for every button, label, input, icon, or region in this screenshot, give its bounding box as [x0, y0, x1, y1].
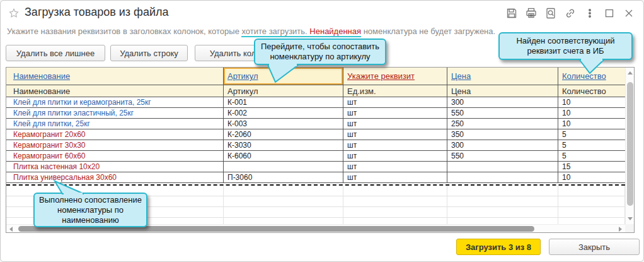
close-icon[interactable]: [623, 8, 635, 19]
subheader-qty[interactable]: Количество: [558, 85, 625, 97]
tooltip-found-attribute: Найден соответствующий реквизит счета в …: [498, 32, 633, 60]
tooltip-match-by-article: Перейдите, чтобы сопоставить номенклатур…: [254, 39, 386, 65]
cell-article[interactable]: К-6060: [224, 151, 343, 161]
cell-price[interactable]: 550: [447, 108, 558, 118]
cell-qty[interactable]: 10: [558, 119, 625, 129]
cell-unit[interactable]: шт: [343, 172, 447, 182]
file-header-row: Наименование Артикул Ед.изм. Цена Количе…: [6, 85, 625, 97]
table-row: Клей для плитки эластичный, 25кгК-002шт5…: [6, 108, 625, 119]
cell-price[interactable]: 250: [447, 119, 558, 129]
link-icon[interactable]: [565, 8, 576, 19]
cell-article[interactable]: [224, 162, 343, 172]
subheader-unit[interactable]: Ед.изм.: [343, 85, 447, 97]
cell-qty[interactable]: 5: [558, 151, 625, 161]
subheader-name[interactable]: Наименование: [6, 85, 224, 97]
header-link-price[interactable]: Цена: [447, 68, 558, 85]
vertical-scrollbar[interactable]: [625, 68, 634, 224]
link-header-row: Наименование Артикул Укажите реквизит Це…: [6, 68, 625, 85]
tooltip-matched-by-name-tail: [45, 180, 89, 196]
page-title: Загрузка товаров из файла: [25, 6, 169, 19]
table-row: Клей для плитки, 25кгК-003шт25010: [6, 119, 625, 129]
hint-prefix: Укажите названия реквизитов в заголовках…: [7, 27, 241, 36]
hint-suffix: номенклатура не будет загружена.: [361, 27, 495, 36]
print-icon[interactable]: [526, 8, 537, 19]
table-row: Керамогранит 20x60К-2060шт3505: [6, 129, 625, 140]
table-row: Клей для плитки и керамогранита, 25кгК-0…: [6, 97, 625, 108]
cell-price[interactable]: [447, 162, 558, 172]
cell-article[interactable]: К-2060: [224, 129, 343, 140]
table-row: Плитка универсальная 30x60П-3060шт10: [6, 172, 625, 183]
subheader-article[interactable]: Артикул: [224, 85, 343, 97]
cell-unit[interactable]: шт: [343, 162, 447, 172]
tooltip-found-attribute-tail: [571, 57, 609, 75]
tooltip-match-by-article-tail: [259, 63, 303, 84]
cell-name[interactable]: Керамогранит 30x30: [6, 140, 224, 150]
scroll-left-arrow[interactable]: [9, 227, 13, 232]
tooltip-matched-by-name: Выполнено сопоставление номенклатуры по …: [33, 193, 147, 227]
hint-underlined: хотите загрузить. Ненайденная: [241, 27, 361, 37]
scroll-up-arrow[interactable]: [628, 71, 633, 74]
cell-price[interactable]: [447, 172, 558, 182]
scrollbar-corner: [625, 224, 634, 232]
hint-text: Укажите названия реквизитов в заголовках…: [7, 27, 495, 36]
save-icon[interactable]: [506, 8, 517, 19]
table-row: Керамогранит 30x30К-3030шт3005: [6, 140, 625, 151]
cell-article[interactable]: К-001: [224, 97, 343, 107]
hint-red-word: Ненайденная: [309, 27, 361, 36]
cell-article[interactable]: К-003: [224, 119, 343, 129]
delete-row-button[interactable]: Удалить строку: [110, 45, 188, 61]
preview-icon[interactable]: [545, 8, 556, 19]
cell-qty[interactable]: 10: [558, 108, 625, 118]
cell-unit[interactable]: шт: [343, 97, 447, 107]
cell-unit[interactable]: шт: [343, 108, 447, 118]
titlebar-actions: [506, 8, 635, 19]
header-link-name[interactable]: Наименование: [6, 68, 224, 85]
cell-price[interactable]: 550: [447, 151, 558, 161]
close-button[interactable]: Закрыть: [549, 239, 640, 255]
cell-name[interactable]: Клей для плитки эластичный, 25кг: [6, 108, 224, 118]
subheader-price[interactable]: Цена: [447, 85, 558, 97]
cell-article[interactable]: К-002: [224, 108, 343, 118]
maximize-icon[interactable]: [604, 8, 615, 19]
cell-qty[interactable]: 5: [558, 129, 625, 140]
cell-name[interactable]: Клей для плитки и керамогранита, 25кг: [6, 97, 224, 107]
cell-name[interactable]: Клей для плитки, 25кг: [6, 119, 224, 129]
scroll-right-arrow[interactable]: [619, 227, 622, 232]
cell-qty[interactable]: 10: [558, 172, 625, 182]
cell-unit[interactable]: шт: [343, 140, 447, 150]
cell-unit[interactable]: шт: [343, 151, 447, 161]
dialog-window: Загрузка товаров из файла Укажите назван…: [0, 0, 644, 262]
cell-name[interactable]: Керамогранит 20x60: [6, 129, 224, 140]
delete-all-extra-button[interactable]: Удалить все лишнее: [6, 45, 105, 61]
cell-qty[interactable]: 5: [558, 140, 625, 150]
vertical-scroll-thumb[interactable]: [627, 82, 633, 206]
header-link-specify[interactable]: Укажите реквизит: [343, 68, 447, 85]
load-button[interactable]: Загрузить 3 из 8: [456, 239, 541, 255]
table-row: Плитка настенная 10x20шт15: [6, 162, 625, 172]
table-row: Керамогранит 60x60К-6060шт5505: [6, 151, 625, 162]
cell-article[interactable]: К-3030: [224, 140, 343, 150]
cell-name[interactable]: Плитка универсальная 30x60: [6, 172, 224, 182]
cell-price[interactable]: 350: [447, 129, 558, 140]
cell-name[interactable]: Плитка настенная 10x20: [6, 162, 224, 172]
scroll-down-arrow[interactable]: [628, 217, 633, 220]
cell-price[interactable]: 300: [447, 140, 558, 150]
cell-qty[interactable]: 10: [558, 97, 625, 107]
table-rows: Клей для плитки и керамогранита, 25кгК-0…: [6, 97, 625, 183]
cell-price[interactable]: 300: [447, 97, 558, 107]
cell-unit[interactable]: шт: [343, 129, 447, 140]
favorite-star-icon[interactable]: [8, 8, 20, 19]
more-icon[interactable]: [584, 8, 595, 19]
cell-article[interactable]: П-3060: [224, 172, 343, 182]
cell-name[interactable]: Керамогранит 60x60: [6, 151, 224, 161]
cell-qty[interactable]: 15: [558, 162, 625, 172]
cell-unit[interactable]: шт: [343, 119, 447, 129]
